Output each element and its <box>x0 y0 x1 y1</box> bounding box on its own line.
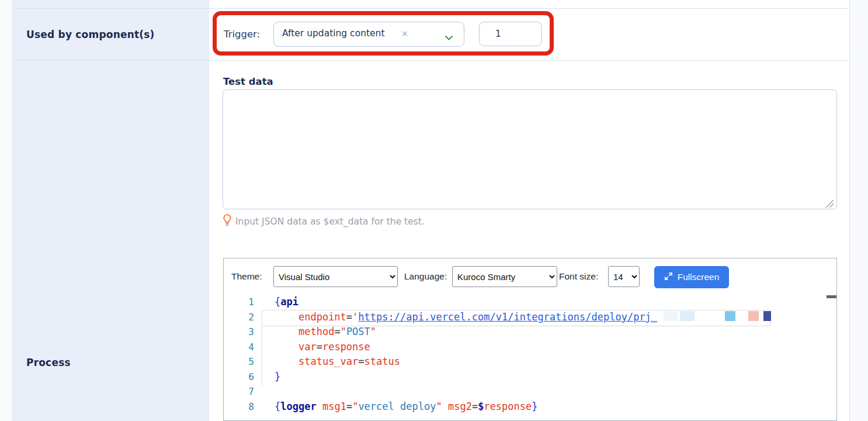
code-token <box>317 401 322 412</box>
line-number: 8 <box>224 399 254 415</box>
code-line[interactable]: } <box>275 370 771 385</box>
trigger-selected-option: After updating content <box>282 28 384 39</box>
code-token: logger <box>280 401 316 412</box>
row-divider-top <box>12 8 849 9</box>
code-line[interactable]: method="POST" <box>275 325 771 340</box>
font-size-select[interactable]: 14 <box>608 266 640 287</box>
code-token <box>275 341 298 353</box>
code-token: = <box>346 401 352 412</box>
code-token <box>275 356 298 367</box>
line-number: 5 <box>224 354 254 370</box>
line-number: 1 <box>224 295 254 310</box>
minimap-line <box>776 307 826 309</box>
code-token: = <box>472 401 478 412</box>
code-token <box>275 311 298 323</box>
theme-select[interactable]: Visual Studio <box>273 266 398 287</box>
line-number-gutter: 12345678 <box>224 295 254 415</box>
code-editor-panel: Theme: Visual Studio Language: Kuroco Sm… <box>223 258 837 421</box>
trigger-count-input[interactable] <box>479 22 542 46</box>
code-token: response <box>484 401 532 412</box>
code-token: } <box>275 371 280 382</box>
test-data-heading: Test data <box>223 76 273 87</box>
line-number: 6 <box>224 370 254 385</box>
page: Used by component(s) Process Trigger: Af… <box>0 0 868 421</box>
language-select[interactable]: Kuroco Smarty <box>452 266 557 287</box>
column-divider <box>209 0 209 421</box>
code-token: POST <box>346 326 370 337</box>
code-token: $ <box>478 401 484 412</box>
row-label-used-by-components: Used by component(s) <box>26 29 155 40</box>
code-token: { <box>275 401 280 412</box>
code-token: = <box>358 356 364 367</box>
code-token: } <box>532 401 537 412</box>
lightbulb-icon <box>223 214 232 229</box>
row-label-process: Process <box>26 357 71 368</box>
code-token: response <box>322 341 370 353</box>
line-number: 2 <box>224 310 254 325</box>
code-token: msg1 <box>322 401 346 412</box>
overview-ruler-cursor-marker <box>827 295 837 298</box>
code-token: " <box>352 401 358 412</box>
code-text-area[interactable]: {api endpoint='https://api.vercel.com/v1… <box>275 295 771 415</box>
code-token: endpoint <box>298 311 346 323</box>
language-label: Language: <box>404 266 447 287</box>
code-line[interactable]: {logger msg1="vercel deploy" msg2=$respo… <box>275 399 771 415</box>
test-data-textarea[interactable] <box>223 89 837 209</box>
code-token: " <box>341 326 346 337</box>
indent-guide <box>262 310 262 385</box>
code-token: ' <box>352 311 358 323</box>
remove-tag-icon[interactable]: × <box>401 29 408 38</box>
theme-label: Theme: <box>231 266 262 287</box>
chevron-down-icon[interactable] <box>445 32 453 43</box>
textarea-resize-handle[interactable] <box>822 199 834 210</box>
code-token: https://api.vercel.com/v1/integrations/d… <box>358 311 657 323</box>
code-token <box>275 326 298 337</box>
minimap[interactable] <box>776 295 826 309</box>
code-line[interactable]: var=response <box>275 340 771 355</box>
line-number: 3 <box>224 325 254 340</box>
code-token: var <box>298 341 317 353</box>
code-token: = <box>317 341 322 353</box>
trigger-label: Trigger: <box>224 29 260 40</box>
line-number: 7 <box>224 384 254 399</box>
code-line[interactable]: status_var=status <box>275 354 771 370</box>
row-divider-middle <box>12 60 849 61</box>
code-token <box>442 401 448 412</box>
font-size-label: Font size: <box>559 266 598 287</box>
code-line[interactable]: {api <box>275 295 771 310</box>
code-token: vercel deploy <box>358 401 436 412</box>
page-right-gutter <box>849 0 868 421</box>
code-token: { <box>275 296 280 308</box>
code-line[interactable]: endpoint='https://api.vercel.com/v1/inte… <box>275 310 771 325</box>
test-data-hint: Input JSON data as $ext_data for the tes… <box>223 214 425 229</box>
hint-text: Input JSON data as $ext_data for the tes… <box>235 216 425 227</box>
code-token: " <box>370 326 376 337</box>
code-token: " <box>436 401 442 412</box>
code-token: status_var <box>298 356 358 367</box>
line-number: 4 <box>224 340 254 355</box>
code-token: = <box>334 326 340 337</box>
code-token: status <box>364 356 400 367</box>
code-token: msg2 <box>448 401 472 412</box>
code-token: = <box>346 311 352 323</box>
trigger-select[interactable]: After updating content × <box>273 22 464 47</box>
expand-arrows-icon <box>664 272 673 283</box>
code-token: api <box>280 296 298 308</box>
code-line[interactable] <box>275 384 771 399</box>
code-token: method <box>298 326 334 337</box>
fullscreen-button[interactable]: Fullscreen <box>654 266 729 288</box>
fullscreen-button-label: Fullscreen <box>678 272 720 282</box>
